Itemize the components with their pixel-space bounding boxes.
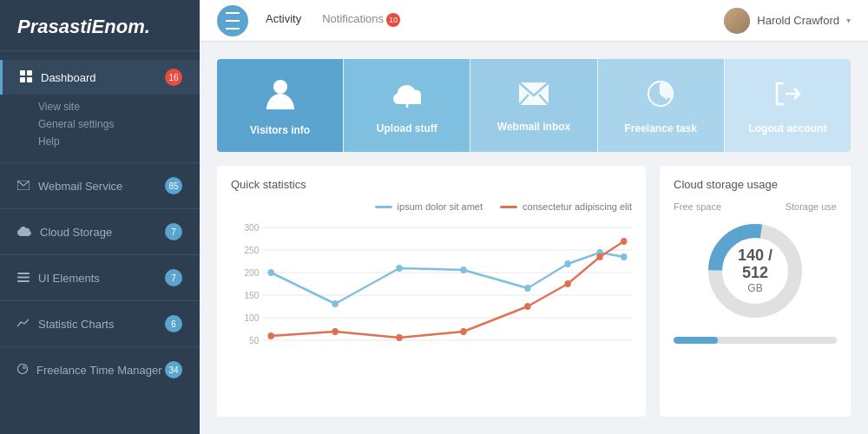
svg-point-35 — [564, 260, 570, 267]
svg-text:250: 250 — [244, 245, 259, 255]
svg-point-9 — [273, 80, 287, 94]
sidebar-item-label: Freelance Time Manager — [36, 364, 162, 377]
page-content: Visitors info Upload stuff — [200, 42, 868, 434]
sidebar-item-stats[interactable]: Statistic Charts 6 — [0, 306, 200, 341]
nav-divider-5 — [0, 346, 200, 347]
svg-point-39 — [332, 328, 338, 335]
dashboard-badge: 16 — [165, 69, 182, 86]
action-label-upload: Upload stuff — [377, 122, 437, 135]
tab-notifications[interactable]: Notifications10 — [322, 12, 400, 29]
sidebar-item-cloud[interactable]: Cloud Storage 7 — [0, 214, 200, 249]
sidebar-nav: Dashboard 16 View site General settings … — [0, 51, 200, 434]
action-card-logout[interactable]: Logout account — [725, 59, 851, 152]
chart-legend: ipsum dolor sit amet consectetur adipisc… — [231, 201, 632, 212]
svg-point-33 — [460, 266, 466, 273]
sidebar: PrasastiEnom. Dashboard 16 View site Gen… — [0, 0, 200, 434]
svg-rect-6 — [17, 277, 30, 279]
svg-point-44 — [596, 253, 602, 260]
line-chart-svg: 300 250 200 150 100 50 — [231, 219, 632, 358]
menu-toggle-button[interactable] — [217, 5, 248, 36]
bottom-section: Quick statistics ipsum dolor sit amet co… — [217, 166, 851, 417]
freelance-icon — [17, 363, 28, 377]
tab-activity[interactable]: Activity — [266, 12, 301, 29]
quick-actions-bar: Visitors info Upload stuff — [217, 59, 851, 152]
sidebar-item-label: Webmail Service — [38, 180, 122, 193]
svg-point-42 — [524, 303, 530, 310]
sidebar-item-label: Dashboard — [41, 71, 96, 84]
storage-bar — [674, 337, 837, 344]
avatar-image — [724, 8, 750, 34]
user-name: Harold Crawford — [757, 14, 839, 27]
stats-icon — [17, 317, 30, 331]
legend-blue: ipsum dolor sit amet — [375, 201, 483, 212]
hamburger-line-2 — [226, 20, 240, 22]
svg-text:200: 200 — [244, 267, 259, 278]
main-content: Activity Notifications10 Harold Crawford… — [200, 0, 868, 434]
svg-text:300: 300 — [244, 222, 259, 233]
sidebar-item-label: Cloud Storage — [40, 226, 112, 239]
legend-red: consectetur adipiscing elit — [500, 201, 632, 212]
svg-rect-1 — [27, 70, 32, 76]
notifications-badge: 10 — [386, 13, 400, 27]
hamburger-line-1 — [226, 12, 240, 14]
action-card-freelance[interactable]: Freelance task — [598, 59, 725, 152]
svg-point-45 — [621, 238, 627, 245]
user-menu-chevron: ▾ — [846, 16, 851, 25]
header: Activity Notifications10 Harold Crawford… — [200, 0, 868, 42]
logout-icon — [773, 80, 801, 114]
app-logo: PrasastiEnom. — [0, 0, 200, 51]
storage-unit: GB — [729, 282, 781, 294]
ui-icon — [17, 271, 30, 285]
action-label-freelance: Freelance task — [625, 122, 697, 135]
sidebar-subitem-help[interactable]: Help — [38, 133, 200, 150]
donut-chart-wrapper: Free space Storage use — [674, 201, 837, 323]
cloud-storage-panel: Cloud storage usage Free space Storage u… — [660, 166, 851, 417]
hamburger-line-3 — [226, 28, 240, 30]
dashboard-subnav: View site General settings Help — [0, 95, 200, 157]
nav-divider-2 — [0, 208, 200, 209]
action-card-visitors[interactable]: Visitors info — [217, 59, 344, 152]
sidebar-subitem-settings[interactable]: General settings — [38, 115, 200, 133]
statistics-title: Quick statistics — [231, 178, 632, 191]
freelance-badge: 34 — [165, 361, 182, 378]
action-card-webmail[interactable]: Webmail inbox — [470, 59, 597, 152]
sidebar-item-ui[interactable]: UI Elements 7 — [0, 260, 200, 295]
free-space-label: Free space — [674, 201, 721, 212]
header-tabs: Activity Notifications10 — [266, 12, 724, 29]
webmail-action-icon — [518, 82, 549, 112]
storage-title: Cloud storage usage — [674, 178, 837, 191]
svg-rect-7 — [17, 280, 30, 282]
donut-chart: 140 / 512 GB — [703, 219, 807, 323]
storage-bar-fill — [674, 337, 718, 344]
svg-rect-0 — [20, 70, 25, 76]
sidebar-subitem-viewsite[interactable]: View site — [38, 98, 200, 115]
legend-dot-blue — [375, 206, 392, 208]
svg-text:150: 150 — [244, 290, 259, 300]
visitors-icon — [266, 78, 294, 115]
svg-text:100: 100 — [244, 312, 259, 323]
storage-use-label: Storage use — [786, 201, 837, 212]
dashboard-icon — [20, 70, 32, 85]
action-card-upload[interactable]: Upload stuff — [344, 59, 470, 152]
sidebar-item-webmail[interactable]: Webmail Service 85 — [0, 168, 200, 203]
user-menu[interactable]: Harold Crawford ▾ — [724, 8, 851, 34]
cloud-badge: 7 — [165, 223, 182, 240]
statistics-panel: Quick statistics ipsum dolor sit amet co… — [217, 166, 646, 417]
ui-badge: 7 — [165, 269, 182, 286]
svg-point-41 — [460, 328, 466, 335]
donut-center: 140 / 512 GB — [729, 247, 781, 294]
sidebar-item-label: Statistic Charts — [38, 318, 114, 331]
svg-rect-5 — [17, 273, 30, 274]
legend-dot-red — [500, 206, 517, 208]
freelance-action-icon — [647, 80, 674, 114]
webmail-icon — [17, 179, 30, 193]
svg-point-43 — [564, 280, 570, 287]
svg-text:50: 50 — [249, 335, 259, 345]
action-label-webmail: Webmail inbox — [497, 121, 570, 133]
chart-area: 300 250 200 150 100 50 — [231, 219, 632, 375]
svg-rect-3 — [27, 77, 32, 82]
sidebar-item-dashboard[interactable]: Dashboard 16 — [0, 60, 200, 95]
webmail-badge: 85 — [165, 177, 182, 194]
sidebar-item-freelance[interactable]: Freelance Time Manager 34 — [0, 352, 200, 387]
svg-point-37 — [621, 253, 627, 260]
